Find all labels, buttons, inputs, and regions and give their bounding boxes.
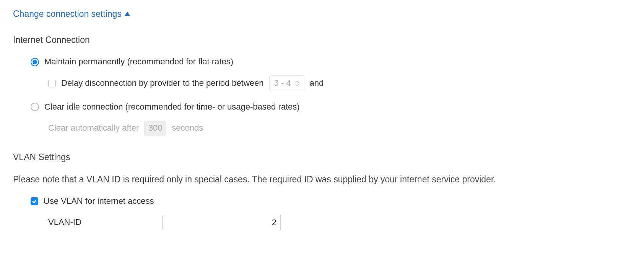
stepper-arrows-icon [295, 80, 299, 87]
maintain-permanently-radio[interactable] [31, 58, 39, 66]
clear-auto-before: Clear automatically after [48, 122, 139, 134]
change-connection-settings-label: Change connection settings [13, 8, 122, 20]
delay-period-stepper[interactable]: 3 - 4 [269, 75, 304, 91]
vlan-settings-title: VLAN Settings [13, 151, 631, 163]
delay-disconnection-label: Delay disconnection by provider to the p… [61, 77, 264, 89]
delay-label-after: and [310, 77, 324, 89]
vlan-note: Please note that a VLAN ID is required o… [13, 173, 631, 185]
internet-connection-title: Internet Connection [13, 34, 631, 46]
caret-up-icon [125, 12, 130, 16]
clear-auto-seconds-input: 300 [144, 121, 166, 136]
clear-idle-label: Clear idle connection (recommended for t… [44, 101, 300, 113]
vlan-id-input[interactable] [162, 215, 281, 230]
change-connection-settings-toggle[interactable]: Change connection settings [13, 8, 130, 20]
clear-auto-after: seconds [172, 122, 203, 134]
delay-period-value: 3 - 4 [274, 77, 291, 89]
vlan-id-label: VLAN-ID [48, 216, 151, 228]
svg-marker-0 [125, 12, 130, 16]
maintain-permanently-label: Maintain permanently (recommended for fl… [44, 56, 233, 68]
clear-idle-radio[interactable] [31, 103, 39, 111]
use-vlan-checkbox[interactable] [31, 197, 38, 205]
delay-disconnection-checkbox[interactable] [48, 80, 56, 87]
use-vlan-label: Use VLAN for internet access [44, 195, 154, 207]
